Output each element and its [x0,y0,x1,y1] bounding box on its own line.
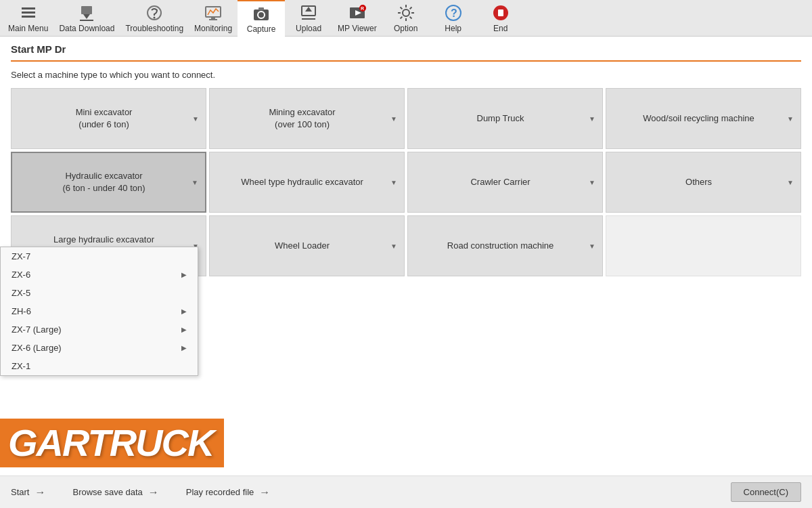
svg-text:?: ? [451,7,457,19]
toolbar-option[interactable]: Option [382,0,430,37]
dropdown-zx6-arrow: ▶ [181,271,187,278]
svg-marker-15 [305,7,312,12]
mining-excavator-label: Mining excavator(over 100 ton) [217,106,388,131]
svg-text:R: R [361,6,364,11]
dropdown-zx6-label: ZX-6 [12,270,30,280]
svg-rect-25 [498,9,503,16]
machine-mining-excavator[interactable]: Mining excavator(over 100 ton) ▼ [209,88,405,149]
page-title: Start MP Dr [11,43,801,62]
svg-rect-3 [81,6,92,14]
capture-icon [252,4,271,23]
play-action[interactable]: Play recorded file → [186,486,297,499]
dropdown-zx5-label: ZX-5 [12,288,30,298]
start-label: Start [11,487,29,497]
dropdown-zx5[interactable]: ZX-5 [1,284,198,302]
machine-others[interactable]: Others ▼ [606,152,801,213]
wood-soil-arrow: ▼ [787,115,794,123]
subtitle: Select a machine type to which you want … [11,70,801,80]
dropdown-zh6-label: ZH-6 [12,306,31,316]
dump-truck-label: Dump Truck [415,112,586,125]
svg-rect-9 [211,17,215,19]
dropdown-zx7[interactable]: ZX-7 [1,247,198,266]
toolbar-capture[interactable]: Capture [238,0,285,37]
svg-rect-1 [22,12,35,14]
svg-rect-10 [209,19,217,20]
machine-road-construction[interactable]: Road construction machine ▼ [407,215,603,276]
crawler-carrier-label: Crawler Carrier [415,176,586,188]
browse-arrow: → [148,486,159,499]
play-arrow: → [259,486,270,499]
mini-excavator-label: Mini excavator(under 6 ton) [18,106,189,131]
dropdown-zx6-large-arrow: ▶ [181,344,187,352]
dropdown-zx7-large-arrow: ▶ [181,326,187,333]
dropdown-zh6[interactable]: ZH-6 ▶ [1,302,198,320]
mp-viewer-icon: R [348,3,367,22]
toolbar-troubleshooting[interactable]: Troubleshooting [120,0,189,37]
wheel-loader-arrow: ▼ [390,242,397,250]
others-label: Others [613,176,784,188]
start-arrow: → [35,486,45,499]
svg-rect-16 [302,18,315,20]
watermark-text: GARTRUCK [8,424,213,462]
monitoring-icon [204,3,223,22]
troubleshooting-icon [145,3,164,22]
machine-empty [606,215,801,276]
crawler-carrier-arrow: ▼ [589,179,595,186]
dropdown-zx1[interactable]: ZX-1 [1,357,198,375]
play-label: Play recorded file [186,487,254,497]
toolbar-end[interactable]: End [477,0,524,37]
hydraulic-excavator-label: Hydraulic excavator(6 ton - under 40 ton… [19,170,189,194]
machine-hydraulic-excavator[interactable]: Hydraulic excavator(6 ton - under 40 ton… [11,152,206,213]
machine-mini-excavator[interactable]: Mini excavator(under 6 ton) ▼ [11,88,206,149]
wood-soil-label: Wood/soil recycling machine [613,112,784,125]
dropdown-zx6[interactable]: ZX-6 ▶ [1,266,198,284]
svg-rect-2 [22,16,35,18]
machine-wood-soil[interactable]: Wood/soil recycling machine ▼ [606,88,801,149]
toolbar-main-menu[interactable]: Main Menu [3,0,53,37]
dropdown-zx6-large-label: ZX-6 (Large) [12,343,62,353]
dump-truck-arrow: ▼ [589,115,595,123]
bottom-bar: Start → Browse save data → Play recorded… [0,475,812,508]
machine-wheel-loader[interactable]: Wheel Loader ▼ [209,215,405,276]
main-menu-icon [19,3,38,22]
start-action[interactable]: Start → [11,486,72,499]
end-icon [491,3,510,22]
others-arrow: ▼ [787,179,794,186]
machine-wheel-type[interactable]: Wheel type hydraulic excavator ▼ [209,152,405,213]
svg-point-21 [403,9,409,16]
wheel-type-label: Wheel type hydraulic excavator [217,176,388,188]
toolbar-mp-viewer[interactable]: R MP Viewer [332,0,382,37]
dropdown-zx7-large-label: ZX-7 (Large) [12,324,62,335]
dropdown-zx7-label: ZX-7 [12,251,30,261]
svg-rect-5 [80,20,93,21]
watermark: GARTRUCK [0,419,224,467]
mini-excavator-arrow: ▼ [192,115,199,123]
road-construction-arrow: ▼ [589,242,595,250]
option-icon [397,3,415,22]
hydraulic-excavator-arrow: ▼ [191,179,198,186]
dropdown-menu: ZX-7 ZX-6 ▶ ZX-5 ZH-6 ▶ ZX-7 (Large) ▶ Z… [0,247,198,376]
machine-dump-truck[interactable]: Dump Truck ▼ [407,88,603,149]
toolbar-help[interactable]: ? Help [430,0,477,37]
wheel-loader-label: Wheel Loader [217,240,388,252]
upload-icon [299,3,318,22]
toolbar-upload[interactable]: Upload [285,0,332,37]
svg-point-7 [154,16,156,18]
browse-label: Browse save data [72,487,142,497]
data-download-icon [77,3,96,22]
dropdown-zh6-arrow: ▶ [181,308,187,315]
svg-rect-13 [258,7,264,10]
connect-button[interactable]: Connect(C) [731,482,801,502]
dropdown-zx7-large[interactable]: ZX-7 (Large) ▶ [1,320,198,339]
main-content: Start MP Dr Select a machine type to whi… [0,37,812,508]
help-icon: ? [444,3,463,22]
dropdown-zx6-large[interactable]: ZX-6 (Large) ▶ [1,339,198,357]
toolbar-monitoring[interactable]: Monitoring [189,0,238,37]
toolbar-data-download[interactable]: Data Download [53,0,120,37]
machine-crawler-carrier[interactable]: Crawler Carrier ▼ [407,152,603,213]
browse-action[interactable]: Browse save data → [72,486,185,499]
wheel-type-arrow: ▼ [390,179,397,186]
svg-rect-8 [206,7,221,17]
dropdown-zx1-label: ZX-1 [12,361,30,371]
mining-excavator-arrow: ▼ [390,115,397,123]
